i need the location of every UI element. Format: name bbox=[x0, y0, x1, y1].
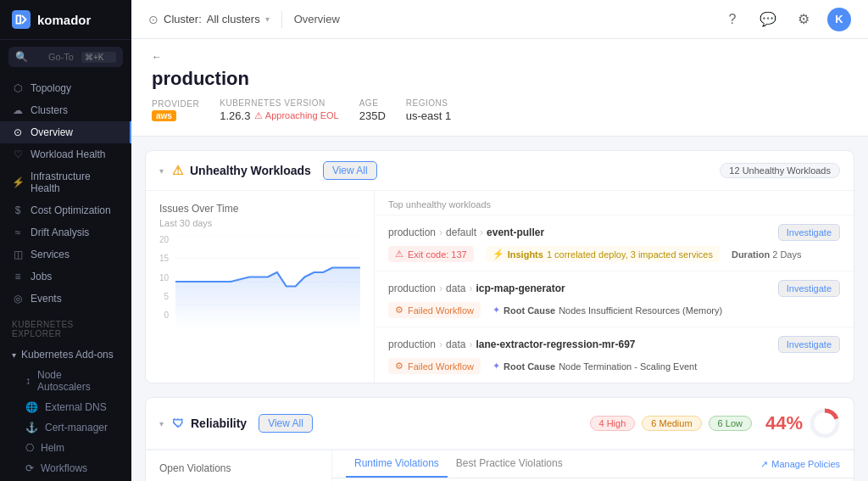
sidebar-item-helm[interactable]: ⎔ Helm bbox=[7, 438, 120, 458]
line-chart-svg bbox=[175, 235, 360, 328]
services-icon: ◫ bbox=[12, 249, 24, 260]
view-all-button[interactable]: View All bbox=[323, 161, 377, 180]
sidebar-nav: ⬡ Topology ☁ Clusters ⊙ Overview ♡ Workl… bbox=[0, 74, 131, 313]
help-button[interactable]: ? bbox=[721, 8, 744, 31]
high-badge: 4 High bbox=[590, 416, 636, 431]
cost-optimization-icon: $ bbox=[12, 204, 24, 216]
chart-container: 20 15 10 5 0 bbox=[159, 235, 360, 328]
sidebar-item-label: Clusters bbox=[31, 104, 68, 116]
cluster-label: Cluster: bbox=[164, 13, 202, 25]
kubernetes-addons-label: Kubernetes Add-ons bbox=[21, 349, 114, 361]
sidebar-item-label: Topology bbox=[31, 82, 71, 94]
insights-tag: ⚡ Insights 1 correlated deploy, 3 impact… bbox=[486, 246, 720, 262]
back-button[interactable]: ← bbox=[152, 51, 848, 63]
warning-icon: ⚠ bbox=[172, 163, 183, 178]
sidebar-item-label: Overview bbox=[31, 126, 73, 138]
sidebar-item-drift-analysis[interactable]: ≈ Drift Analysis bbox=[0, 221, 131, 243]
helm-icon: ⎔ bbox=[25, 442, 34, 454]
sidebar-item-jobs[interactable]: ≡ Jobs bbox=[0, 266, 131, 288]
sidebar-item-cert-manager[interactable]: ⚓ Cert-manager bbox=[7, 417, 120, 438]
chart-panel: Issues Over Time Last 30 days 20 15 10 5… bbox=[146, 191, 375, 383]
line-chart bbox=[175, 235, 360, 328]
sparkle-icon: ✦ bbox=[492, 361, 500, 372]
sidebar-search-text: Go-To bbox=[48, 52, 76, 62]
manage-policies-button[interactable]: ↗ Manage Policies bbox=[760, 459, 840, 470]
error-icon: ⚠ bbox=[395, 249, 403, 260]
provider-value: aws bbox=[152, 110, 199, 121]
workflows-icon: ⟳ bbox=[25, 462, 34, 474]
workflow-icon: ⚙ bbox=[395, 361, 403, 372]
workflow-tag: ⚙ Failed Workflow bbox=[388, 302, 481, 318]
workloads-list: Top unhealthy workloads production › def… bbox=[375, 191, 854, 383]
sidebar-item-clusters[interactable]: ☁ Clusters bbox=[0, 99, 131, 121]
k8s-version-label: KUBERNETES VERSION bbox=[220, 98, 338, 108]
sidebar-search-kbd: ⌘+K bbox=[81, 52, 116, 63]
sidebar-item-cost-optimization[interactable]: $ Cost Optimization bbox=[0, 199, 131, 221]
kubernetes-addons-group: ▾ Kubernetes Add-ons ↕ Node Autoscalers … bbox=[0, 341, 131, 481]
sidebar-item-topology[interactable]: ⬡ Topology bbox=[0, 77, 131, 99]
tab-best-practice-violations[interactable]: Best Practice Violations bbox=[448, 450, 571, 478]
reliability-header: ▾ 🛡 Reliability View All 4 High 6 Medium… bbox=[146, 398, 854, 450]
reliability-percent: 44% bbox=[765, 412, 803, 434]
sidebar-item-node-autoscalers[interactable]: ↕ Node Autoscalers bbox=[7, 365, 120, 397]
workload-details: ⚙ Failed Workflow ✦ Root Cause Node Term… bbox=[388, 358, 840, 374]
kubernetes-addons-header[interactable]: ▾ Kubernetes Add-ons bbox=[7, 344, 120, 365]
notifications-button[interactable]: 💬 bbox=[756, 8, 780, 31]
investigate-button[interactable]: Investigate bbox=[778, 336, 840, 353]
workload-path: production › data › lane-extractor-regre… bbox=[388, 336, 840, 353]
chart-label: Issues Over Time bbox=[159, 203, 360, 215]
reliability-view-all-button[interactable]: View All bbox=[259, 414, 313, 433]
collapse-icon[interactable]: ▾ bbox=[159, 166, 164, 176]
sidebar-search[interactable]: 🔍 Go-To ⌘+K bbox=[8, 47, 123, 67]
reliability-donut-chart bbox=[810, 408, 840, 439]
sidebar-item-workflows[interactable]: ⟳ Workflows bbox=[7, 458, 120, 478]
settings-button[interactable]: ⚙ bbox=[792, 8, 815, 31]
external-link-icon: ↗ bbox=[760, 459, 768, 470]
overview-icon: ⊙ bbox=[12, 126, 24, 138]
violations-title: Open Violations bbox=[159, 462, 318, 474]
cert-manager-icon: ⚓ bbox=[25, 422, 38, 433]
sparkle-icon: ✦ bbox=[492, 305, 500, 316]
sidebar-logo-text: komador bbox=[37, 13, 91, 27]
error-tag: ⚠ Exit code: 137 bbox=[388, 246, 474, 262]
regions-label: REGIONS bbox=[406, 98, 451, 108]
topbar-breadcrumb: Overview bbox=[294, 13, 340, 25]
investigate-button[interactable]: Investigate bbox=[778, 280, 840, 297]
user-avatar[interactable]: K bbox=[827, 8, 851, 31]
reliability-title: 🛡 Reliability bbox=[172, 417, 247, 430]
sidebar-item-infrastructure-health[interactable]: ⚡ Infrastructure Health bbox=[0, 165, 131, 199]
page: ← production PROVIDER aws KUBERNETES VER… bbox=[131, 39, 868, 481]
unhealthy-workloads-section: ▾ ⚠ Unhealthy Workloads View All 12 Unhe… bbox=[145, 150, 854, 383]
workload-item: production › default › event-puller Inve… bbox=[375, 215, 854, 271]
unhealthy-workloads-header: ▾ ⚠ Unhealthy Workloads View All 12 Unhe… bbox=[146, 151, 854, 191]
sidebar-item-label: Infrastructure Health bbox=[31, 171, 120, 194]
sidebar-item-external-dns[interactable]: 🌐 External DNS bbox=[7, 397, 120, 417]
sidebar-item-overview[interactable]: ⊙ Overview bbox=[0, 121, 131, 143]
sidebar-item-services[interactable]: ◫ Services bbox=[0, 243, 131, 266]
duration-tag: Duration 2 Days bbox=[732, 249, 802, 260]
workload-path: production › default › event-puller Inve… bbox=[388, 224, 840, 241]
workload-item: production › data › lane-extractor-regre… bbox=[375, 327, 854, 383]
sidebar: komador 🔍 Go-To ⌘+K ⬡ Topology ☁ Cluster… bbox=[0, 0, 131, 481]
drift-analysis-icon: ≈ bbox=[12, 227, 24, 238]
collapse-icon[interactable]: ▾ bbox=[159, 419, 164, 428]
sidebar-item-label: Drift Analysis bbox=[31, 227, 89, 238]
cluster-selector[interactable]: ⊙ Cluster: All clusters ▾ bbox=[148, 13, 270, 26]
medium-badge: 6 Medium bbox=[642, 416, 701, 431]
workload-details: ⚠ Exit code: 137 ⚡ Insights 1 correlated… bbox=[388, 246, 840, 262]
root-cause-tag: ✦ Root Cause Node Termination - Scaling … bbox=[492, 361, 697, 372]
reliability-badges: 4 High 6 Medium 6 Low 44% bbox=[590, 408, 841, 439]
sidebar-item-label: Events bbox=[31, 293, 62, 305]
sidebar-item-label: Cost Optimization bbox=[31, 204, 111, 216]
sidebar-item-events[interactable]: ◎ Events bbox=[0, 288, 131, 310]
tab-runtime-violations[interactable]: Runtime Violations bbox=[346, 450, 448, 478]
meta-k8s-version: KUBERNETES VERSION 1.26.3 ⚠ Approaching … bbox=[220, 98, 338, 122]
workload-item: production › data › icp-map-generator In… bbox=[375, 271, 854, 327]
infrastructure-health-icon: ⚡ bbox=[12, 176, 24, 188]
investigate-button[interactable]: Investigate bbox=[778, 224, 840, 241]
sidebar-item-workload-health[interactable]: ♡ Workload Health bbox=[0, 143, 131, 165]
cluster-name: All clusters bbox=[207, 13, 260, 25]
page-title: production bbox=[152, 68, 848, 90]
cluster-chevron-icon: ▾ bbox=[265, 14, 270, 24]
unhealthy-workloads-title: ⚠ Unhealthy Workloads bbox=[172, 163, 311, 178]
